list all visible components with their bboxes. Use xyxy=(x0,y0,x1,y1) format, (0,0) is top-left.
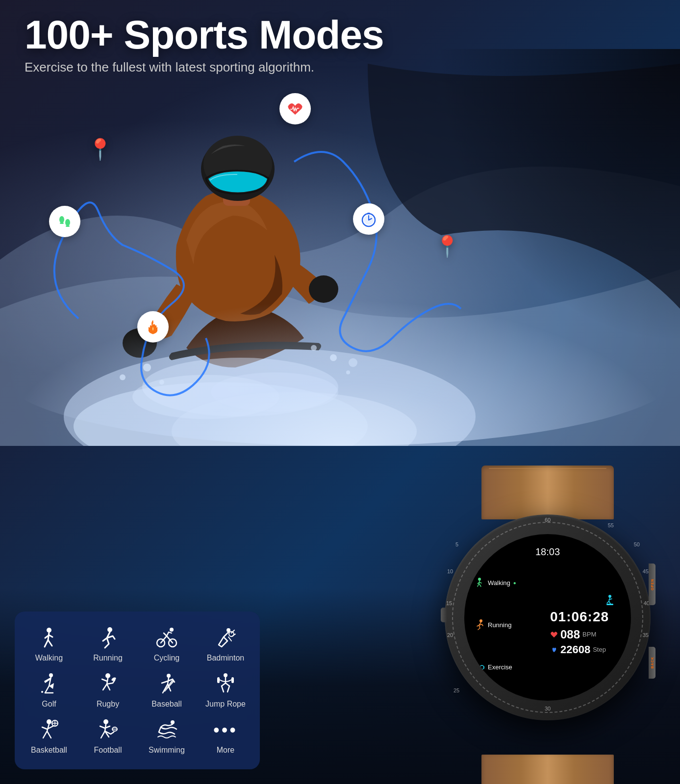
bezel-35: 35 xyxy=(643,632,649,638)
sport-label-baseball: Baseball xyxy=(151,700,181,709)
watch-band-top xyxy=(481,466,614,519)
svg-line-49 xyxy=(222,683,226,686)
bezel-50: 50 xyxy=(634,541,640,547)
header-section: 100+ Sports Modes Exercise to the fulles… xyxy=(25,15,384,75)
svg-point-67 xyxy=(479,619,482,622)
sport-item-football: Football xyxy=(83,718,132,755)
svg-point-34 xyxy=(170,628,174,632)
watch-bpm-stat: 088 BPM xyxy=(550,628,596,641)
watch-walking-icon xyxy=(474,577,485,588)
bezel-55: 55 xyxy=(608,522,614,528)
svg-rect-26 xyxy=(367,213,370,214)
flame-icon-circle xyxy=(137,311,169,343)
page-subtitle: Exercise to the fullest with latest spor… xyxy=(25,60,384,75)
watch-running-label: Running xyxy=(488,621,511,629)
location-pin-right-icon: 📍 xyxy=(434,234,460,258)
sport-item-basketball: Basketball xyxy=(25,718,74,755)
sport-label-badminton: Badminton xyxy=(207,654,245,662)
svg-line-37 xyxy=(169,632,172,633)
watch-bpm-value: 088 xyxy=(560,628,580,641)
sport-item-running: Running xyxy=(83,626,132,662)
walking-sport-icon xyxy=(37,626,61,650)
sport-item-swimming: Swimming xyxy=(142,718,191,755)
svg-point-41 xyxy=(41,691,43,693)
svg-line-47 xyxy=(222,686,224,692)
watch-activity-walking: Walking ● xyxy=(474,577,548,588)
sports-grid-panel: Walking Running Cycling xyxy=(15,612,260,769)
bezel-25: 25 xyxy=(453,687,459,693)
svg-rect-20 xyxy=(60,222,64,224)
watch-walking-dot: ● xyxy=(513,580,516,586)
svg-point-33 xyxy=(107,627,112,632)
svg-point-42 xyxy=(105,673,110,678)
sport-label-cycling: Cycling xyxy=(154,654,179,662)
svg-point-19 xyxy=(65,219,70,226)
watch-body: 60 55 50 45 40 35 30 25 20 15 10 5 18:03 xyxy=(445,514,651,720)
svg-line-64 xyxy=(479,584,481,587)
watch-open-button-label: OPEN xyxy=(651,579,654,590)
sport-item-more: ••• More xyxy=(201,718,250,755)
running-sport-icon xyxy=(96,626,120,650)
svg-line-30 xyxy=(48,640,52,646)
svg-line-50 xyxy=(226,683,229,686)
bezel-20: 20 xyxy=(447,632,453,638)
sport-label-running: Running xyxy=(93,654,123,662)
heartrate-icon-circle xyxy=(279,93,311,124)
sport-item-badminton: Badminton xyxy=(201,626,250,662)
heartrate-map-icon xyxy=(279,93,311,124)
sports-grid: Walking Running Cycling xyxy=(25,626,250,755)
svg-point-61 xyxy=(478,578,481,581)
svg-point-53 xyxy=(47,719,51,724)
watch-steps-icon xyxy=(550,646,558,654)
map-pin-right: 📍 xyxy=(434,234,460,258)
svg-rect-51 xyxy=(217,677,220,683)
bezel-5: 5 xyxy=(455,541,458,547)
sport-item-jump-rope: Jump Rope xyxy=(201,672,250,709)
svg-line-48 xyxy=(227,686,229,692)
watch-walking-label: Walking xyxy=(488,579,510,587)
watch-steps-stat: 22608 Step xyxy=(550,643,606,656)
sport-label-more: More xyxy=(217,746,234,755)
svg-line-29 xyxy=(45,640,48,647)
sport-label-rugby: Rugby xyxy=(97,700,119,709)
sport-label-golf: Golf xyxy=(42,700,56,709)
basketball-sport-icon xyxy=(37,718,61,742)
svg-point-57 xyxy=(103,719,108,724)
watch-open-button[interactable]: OPEN xyxy=(649,564,655,605)
sport-item-walking: Walking xyxy=(25,626,74,662)
location-pin-icon: 📍 xyxy=(87,137,113,161)
watch-screen: 18:03 Walking xyxy=(464,534,631,701)
sport-label-walking: Walking xyxy=(35,654,63,662)
svg-rect-21 xyxy=(66,225,70,227)
svg-point-39 xyxy=(229,632,234,637)
watch-activity-running: Running xyxy=(474,619,548,630)
sport-label-swimming: Swimming xyxy=(149,746,185,755)
watch-band-bottom xyxy=(481,755,614,784)
svg-rect-52 xyxy=(231,677,234,683)
baseball-sport-icon xyxy=(155,672,178,696)
stopwatch-map-icon xyxy=(353,203,384,235)
rugby-sport-icon xyxy=(96,672,120,696)
more-sport-icon: ••• xyxy=(213,718,238,742)
stopwatch-icon-circle xyxy=(353,203,384,235)
swimming-sport-icon xyxy=(155,718,178,742)
svg-line-32 xyxy=(49,635,52,637)
watch-crown[interactable] xyxy=(441,608,447,622)
svg-point-18 xyxy=(59,216,64,223)
watch-steps-unit: Step xyxy=(593,646,606,653)
watch-running-icon xyxy=(474,619,485,630)
svg-point-73 xyxy=(608,595,611,598)
watch-back-button[interactable]: BACK xyxy=(649,647,655,679)
page-title: 100+ Sports Modes xyxy=(25,15,384,55)
svg-line-63 xyxy=(478,584,479,587)
steps-map-icon xyxy=(49,206,80,237)
route-path-svg xyxy=(0,64,680,431)
sport-item-cycling: Cycling xyxy=(142,626,191,662)
bezel-45: 45 xyxy=(643,568,649,574)
golf-sport-icon xyxy=(37,672,61,696)
watch-exercise-label: Exercise xyxy=(488,663,512,671)
football-sport-icon xyxy=(96,718,120,742)
sport-item-golf: Golf xyxy=(25,672,74,709)
watch-duration-display: 01:06:28 xyxy=(550,609,609,625)
bezel-10: 10 xyxy=(447,568,453,574)
